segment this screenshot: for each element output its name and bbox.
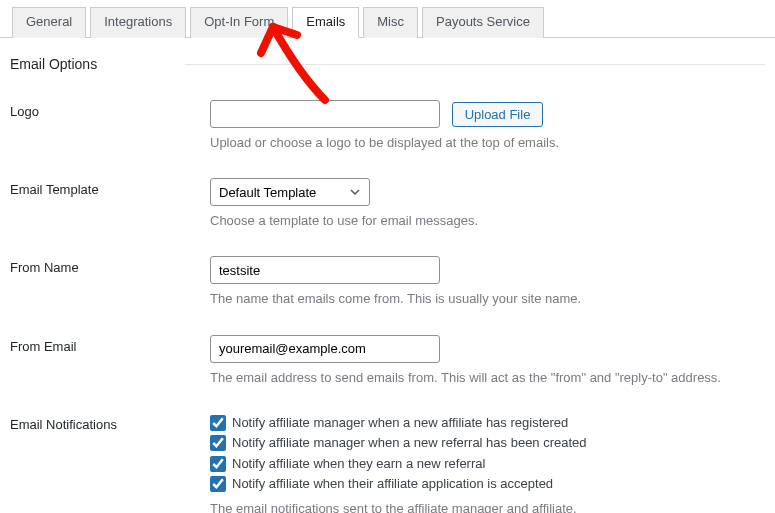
tab-emails[interactable]: Emails xyxy=(292,7,359,38)
field-template: Email Template Default Template Choose a… xyxy=(10,178,765,230)
notify-label-3: Notify affiliate when they earn a new re… xyxy=(232,454,485,474)
template-select[interactable]: Default Template xyxy=(210,178,370,206)
field-from-name: From Name The name that emails come from… xyxy=(10,256,765,308)
section-header: Email Options xyxy=(10,56,765,72)
template-help: Choose a template to use for email messa… xyxy=(210,212,765,230)
settings-content: Email Options Logo Upload File Upload or… xyxy=(0,38,775,513)
notify-label-1: Notify affiliate manager when a new affi… xyxy=(232,413,568,433)
upload-file-button[interactable]: Upload File xyxy=(452,102,544,127)
section-title: Email Options xyxy=(10,56,185,72)
from-email-input[interactable] xyxy=(210,335,440,363)
section-divider xyxy=(185,64,765,65)
logo-label: Logo xyxy=(10,100,210,119)
tab-general[interactable]: General xyxy=(12,7,86,38)
notifications-label: Email Notifications xyxy=(10,413,210,432)
tab-optin[interactable]: Opt-In Form xyxy=(190,7,288,38)
notify-manager-new-affiliate-checkbox[interactable] xyxy=(210,415,226,431)
from-email-label: From Email xyxy=(10,335,210,354)
notify-label-4: Notify affiliate when their affiliate ap… xyxy=(232,474,553,494)
tab-integrations[interactable]: Integrations xyxy=(90,7,186,38)
template-label: Email Template xyxy=(10,178,210,197)
notify-affiliate-referral-checkbox[interactable] xyxy=(210,456,226,472)
logo-help: Upload or choose a logo to be displayed … xyxy=(210,134,765,152)
tabs-bar: General Integrations Opt-In Form Emails … xyxy=(0,0,775,38)
notify-affiliate-accepted-checkbox[interactable] xyxy=(210,476,226,492)
field-from-email: From Email The email address to send ema… xyxy=(10,335,765,387)
notifications-help: The email notifications sent to the affi… xyxy=(210,500,765,513)
logo-input[interactable] xyxy=(210,100,440,128)
tab-misc[interactable]: Misc xyxy=(363,7,418,38)
notify-manager-new-referral-checkbox[interactable] xyxy=(210,435,226,451)
notify-label-2: Notify affiliate manager when a new refe… xyxy=(232,433,587,453)
from-email-help: The email address to send emails from. T… xyxy=(210,369,765,387)
field-logo: Logo Upload File Upload or choose a logo… xyxy=(10,100,765,152)
field-notifications: Email Notifications Notify affiliate man… xyxy=(10,413,765,513)
from-name-label: From Name xyxy=(10,256,210,275)
from-name-help: The name that emails come from. This is … xyxy=(210,290,765,308)
from-name-input[interactable] xyxy=(210,256,440,284)
tab-payouts[interactable]: Payouts Service xyxy=(422,7,544,38)
